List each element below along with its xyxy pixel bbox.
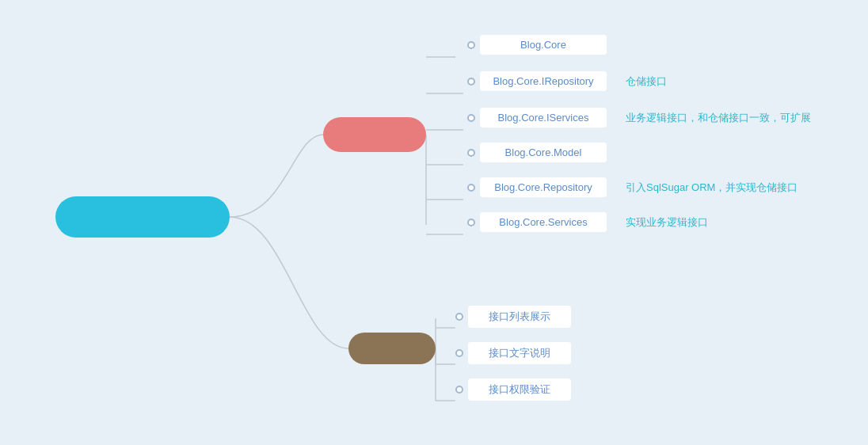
swagger-leaf-api-desc: 接口文字说明 bbox=[455, 342, 571, 364]
swagger-leaf-label: 接口列表展示 bbox=[468, 306, 571, 328]
main-node bbox=[55, 196, 230, 238]
core-leaf-blog-core-irepository: Blog.Core.IRepository bbox=[467, 71, 607, 91]
leaf-annotation: 业务逻辑接口，和仓储接口一致，可扩展 bbox=[626, 111, 811, 125]
leaf-circle bbox=[467, 114, 475, 122]
core-leaf-blog-core-repository: Blog.Core.Repository bbox=[467, 177, 607, 197]
leaf-label: Blog.Core.IRepository bbox=[480, 71, 607, 91]
core-leaf-blog-core: Blog.Core bbox=[467, 35, 607, 55]
core-leaf-blog-core-iservices: Blog.Core.IServices bbox=[467, 108, 607, 127]
swagger-leaf-label: 接口权限验证 bbox=[468, 378, 571, 401]
swagger-leaf-circle bbox=[455, 313, 463, 321]
leaf-annotation: 实现业务逻辑接口 bbox=[626, 215, 708, 230]
leaf-label: Blog.Core.Services bbox=[480, 212, 607, 232]
leaf-circle bbox=[467, 149, 475, 157]
leaf-circle bbox=[467, 78, 475, 86]
leaf-label: Blog.Core.IServices bbox=[480, 108, 607, 127]
swagger-leaf-label: 接口文字说明 bbox=[468, 342, 571, 364]
core-api-node bbox=[323, 117, 426, 152]
leaf-label: Blog.Core bbox=[480, 35, 607, 55]
core-leaf-blog-core-services: Blog.Core.Services bbox=[467, 212, 607, 232]
leaf-circle bbox=[467, 41, 475, 49]
leaf-circle bbox=[467, 219, 475, 226]
swagger-leaf-circle bbox=[455, 349, 463, 357]
leaf-annotation: 引入SqlSugar ORM，并实现仓储接口 bbox=[626, 181, 798, 195]
core-leaf-blog-core-model: Blog.Core.Model bbox=[467, 143, 607, 162]
swagger-leaf-api-list: 接口列表展示 bbox=[455, 306, 571, 328]
leaf-label: Blog.Core.Repository bbox=[480, 177, 607, 197]
swagger-leaf-api-auth: 接口权限验证 bbox=[455, 378, 571, 401]
swagger-node bbox=[348, 333, 436, 364]
leaf-annotation: 仓储接口 bbox=[626, 74, 667, 89]
leaf-circle bbox=[467, 184, 475, 192]
swagger-leaf-circle bbox=[455, 386, 463, 394]
leaf-label: Blog.Core.Model bbox=[480, 143, 607, 162]
